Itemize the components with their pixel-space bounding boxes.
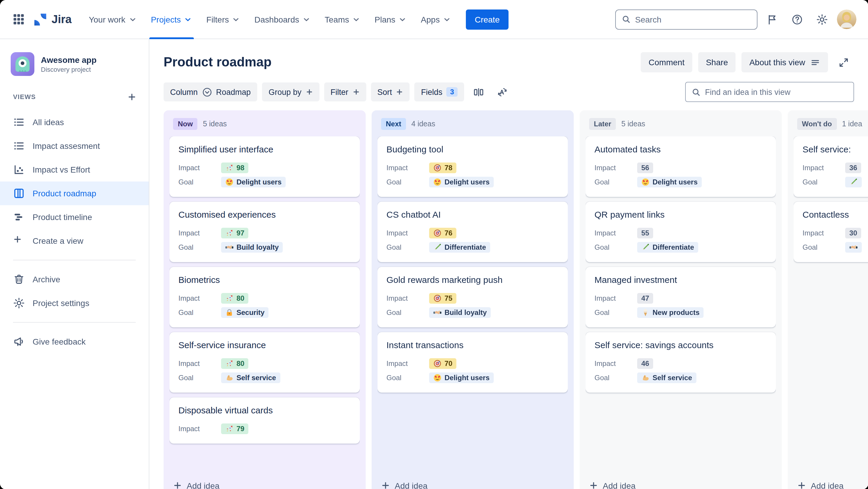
sidebar-item-label: Impact vs Effort <box>33 165 90 174</box>
board-dividers-button[interactable] <box>469 82 488 102</box>
add-idea-button[interactable]: Add idea <box>377 480 568 489</box>
nav-item-label: Teams <box>325 15 349 24</box>
sidebar-item-product-timeline[interactable]: Product timeline <box>0 205 149 229</box>
field-label: Goal <box>594 374 637 382</box>
impact-badge[interactable]: 79 <box>221 424 249 434</box>
impact-badge[interactable]: 78 <box>429 163 457 173</box>
impact-badge[interactable]: 80 <box>221 358 249 369</box>
goal-badge[interactable]: Delight users <box>221 177 286 188</box>
goal-badge[interactable]: Delight users <box>429 372 494 383</box>
goal-badge[interactable]: Delight users <box>637 177 702 188</box>
nav-item-filters[interactable]: Filters <box>200 0 247 39</box>
goal-badge[interactable]: Build loyalty <box>429 307 491 318</box>
idea-card[interactable]: Gold rewards marketing pushImpact75GoalB… <box>377 267 568 327</box>
nav-item-dashboards[interactable]: Dashboards <box>248 0 317 39</box>
idea-card[interactable]: Self-service insuranceImpact80GoalSelf s… <box>169 332 360 393</box>
impact-badge[interactable]: 97 <box>221 228 249 238</box>
idea-card[interactable]: BiometricsImpact80GoalSecurity <box>169 267 360 327</box>
group-by-button[interactable]: Group by <box>262 82 319 102</box>
impact-badge[interactable]: 47 <box>637 293 653 304</box>
share-button[interactable]: Share <box>698 52 736 73</box>
add-idea-button[interactable]: Add idea <box>794 480 868 489</box>
goal-badge[interactable]: Differentiate <box>637 242 698 253</box>
field-label: Impact <box>178 359 221 368</box>
user-avatar[interactable] <box>837 9 856 29</box>
sidebar-item-project-settings[interactable]: Project settings <box>0 291 149 315</box>
sidebar-item-label: Product timeline <box>33 212 92 222</box>
add-idea-button[interactable]: Add idea <box>586 480 776 489</box>
sidebar-item-impact-vs-effort[interactable]: Impact vs Effort <box>0 158 149 181</box>
idea-card[interactable]: Managed investmentImpact47GoalNew produc… <box>586 267 776 327</box>
expand-view-button[interactable] <box>834 52 854 73</box>
idea-card[interactable]: Budgeting toolImpact78GoalDelight users <box>377 136 568 197</box>
chip-value: Self service <box>653 374 692 382</box>
goal-badge[interactable]: Self service <box>221 372 280 383</box>
impact-badge[interactable]: 75 <box>429 293 457 304</box>
idea-card[interactable]: Disposable virtual cardsImpact79 <box>169 397 360 443</box>
sort-alphabetical-button[interactable] <box>493 82 512 102</box>
filter-button[interactable]: Filter <box>324 82 366 102</box>
global-search-input[interactable] <box>635 15 751 24</box>
chevron-down-icon <box>302 15 311 23</box>
sidebar-item-impact-assesment[interactable]: Impact assesment <box>0 134 149 158</box>
idea-card[interactable]: QR payment linksImpact55GoalDifferentiat… <box>586 202 776 262</box>
nav-item-apps[interactable]: Apps <box>414 0 458 39</box>
find-idea-search[interactable] <box>685 82 854 102</box>
card-field-goal: GoalBuild loyalty <box>386 306 559 320</box>
goal-badge[interactable]: Delight users <box>429 177 494 188</box>
fields-button[interactable]: Fields3 <box>414 82 464 102</box>
idea-card[interactable]: CS chatbot AIImpact76GoalDifferentiate <box>377 202 568 262</box>
goal-badge[interactable]: New products <box>637 307 704 318</box>
nav-item-projects[interactable]: Projects <box>144 0 198 39</box>
impact-badge[interactable]: 55 <box>637 228 653 238</box>
column-selector[interactable]: Column Roadmap <box>163 82 257 102</box>
chip-value: 79 <box>237 425 245 433</box>
nav-item-teams[interactable]: Teams <box>318 0 367 39</box>
column-header: Now5 ideas <box>169 117 360 136</box>
sidebar-item-all-ideas[interactable]: All ideas <box>0 110 149 134</box>
idea-card[interactable]: Self service:Impact36Goal <box>794 136 868 197</box>
goal-badge[interactable] <box>845 242 862 253</box>
about-this-view-button[interactable]: About this view <box>742 52 828 73</box>
impact-badge[interactable]: 80 <box>221 293 249 304</box>
idea-card[interactable]: Instant transactionsImpact70GoalDelight … <box>377 332 568 393</box>
sidebar-item-archive[interactable]: Archive <box>0 267 149 291</box>
comment-button[interactable]: Comment <box>641 52 692 73</box>
notifications-button[interactable] <box>762 9 782 29</box>
idea-card[interactable]: ContactlessImpact30Goal <box>794 202 868 262</box>
give-feedback-button[interactable]: Give feedback <box>0 330 149 353</box>
nav-item-plans[interactable]: Plans <box>368 0 413 39</box>
chip-value: 76 <box>444 229 453 237</box>
idea-card[interactable]: Customised experiencesImpact97GoalBuild … <box>169 202 360 262</box>
add-view-button[interactable] <box>124 89 139 105</box>
create-button[interactable]: Create <box>466 9 508 29</box>
impact-badge[interactable]: 70 <box>429 358 457 369</box>
goal-badge[interactable]: Build loyalty <box>221 242 283 253</box>
impact-badge[interactable]: 30 <box>845 228 862 238</box>
add-idea-button[interactable]: Add idea <box>169 480 360 489</box>
impact-badge[interactable]: 56 <box>637 163 653 173</box>
sort-button[interactable]: Sort <box>371 82 410 102</box>
settings-button[interactable] <box>812 9 832 29</box>
goal-badge[interactable]: Self service <box>637 372 696 383</box>
idea-card[interactable]: Self service: savings accountsImpact46Go… <box>586 332 776 393</box>
impact-badge[interactable]: 36 <box>845 163 862 173</box>
sidebar-item-create-a-view[interactable]: Create a view <box>0 229 149 253</box>
goal-badge[interactable] <box>845 177 862 188</box>
goal-badge[interactable]: Security <box>221 307 269 318</box>
idea-card[interactable]: Automated tasksImpact56GoalDelight users <box>586 136 776 197</box>
sidebar-item-product-roadmap[interactable]: Product roadmap <box>0 181 149 205</box>
idea-card[interactable]: Simplified user interfaceImpact98GoalDel… <box>169 136 360 197</box>
impact-badge[interactable]: 46 <box>637 358 653 369</box>
impact-badge[interactable]: 98 <box>221 163 249 173</box>
impact-badge[interactable]: 76 <box>429 228 457 238</box>
app-switcher-button[interactable] <box>8 9 28 29</box>
help-button[interactable] <box>787 9 807 29</box>
find-idea-input[interactable] <box>705 87 847 96</box>
chip-value: Delight users <box>237 178 282 186</box>
nav-item-your-work[interactable]: Your work <box>82 0 144 39</box>
goal-badge[interactable]: Differentiate <box>429 242 490 253</box>
jira-logo[interactable]: Jira <box>33 12 72 26</box>
global-search[interactable] <box>615 9 757 29</box>
project-header[interactable]: Awesome app Discovery project <box>0 52 149 76</box>
